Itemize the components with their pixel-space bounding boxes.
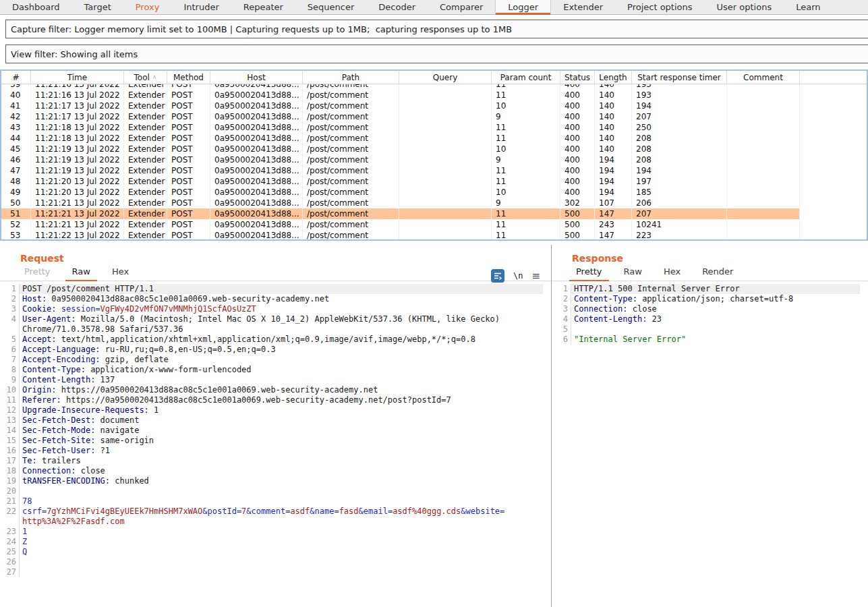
table-row[interactable]: 4111:21:17 13 Jul 2022ExtenderPOST0a9500… (1, 100, 867, 111)
table-row[interactable]: 5211:21:21 13 Jul 2022ExtenderPOST0a9500… (1, 219, 867, 230)
main-tab-decoder[interactable]: Decoder (366, 0, 428, 14)
main-tab-sequencer[interactable]: Sequencer (295, 0, 366, 14)
column-header-length[interactable]: Length (595, 71, 632, 84)
column-header-host[interactable]: Host (210, 71, 303, 84)
column-header-param-count[interactable]: Param count (492, 71, 560, 84)
column-header-method[interactable]: Method (167, 71, 210, 84)
line-content: 1 (19, 527, 543, 537)
table-row[interactable]: 5311:21:22 13 Jul 2022ExtenderPOST0a9500… (1, 230, 867, 239)
main-tab-dashboard[interactable]: Dashboard (0, 0, 72, 14)
code-line: 17Te: trailers (0, 456, 551, 466)
tab-hex[interactable]: Hex (104, 264, 137, 281)
newline-toggle-button[interactable]: \n (513, 271, 523, 281)
main-tab-user-options[interactable]: User options (705, 0, 784, 14)
tab-raw[interactable]: Raw (64, 264, 98, 281)
cell: 223 (632, 230, 727, 239)
cell: 0a9500020413d88... (210, 84, 303, 90)
tab-pretty[interactable]: Pretty (568, 264, 610, 281)
cell: POST (167, 122, 210, 133)
cell: 11 (492, 219, 560, 230)
line-number: 24 (0, 537, 19, 547)
column-header-query[interactable]: Query (399, 71, 492, 84)
line-number: 7 (0, 355, 19, 365)
column-header-tool[interactable]: Tool∧ (124, 71, 167, 84)
table-row[interactable]: 4411:21:18 13 Jul 2022ExtenderPOST0a9500… (1, 133, 867, 144)
column-header-index[interactable]: # (1, 71, 31, 84)
line-number: 1 (552, 284, 571, 294)
cell: 0a9500020413d88... (210, 154, 303, 165)
cell: POST (167, 100, 210, 111)
code-line: 9Content-Length: 137 (0, 375, 551, 385)
cell (727, 111, 800, 122)
cell: 140 (595, 144, 632, 154)
cell: 0a9500020413d88... (210, 208, 303, 219)
cell: /post/comment (303, 176, 399, 187)
tab-render[interactable]: Render (694, 264, 741, 281)
cell (399, 133, 492, 144)
cell (727, 122, 800, 133)
line-number: 19 (0, 476, 19, 486)
table-row[interactable]: 4711:21:19 13 Jul 2022ExtenderPOST0a9500… (1, 165, 867, 176)
request-tabs: PrettyRawHex (0, 264, 551, 281)
tab-pretty[interactable]: Pretty (16, 264, 59, 281)
table-row[interactable]: 4211:21:17 13 Jul 2022ExtenderPOST0a9500… (1, 111, 867, 122)
main-tab-target[interactable]: Target (72, 0, 123, 14)
table-row[interactable]: 4611:21:19 13 Jul 2022ExtenderPOST0a9500… (1, 154, 867, 165)
cell (399, 176, 492, 187)
column-header-comment[interactable]: Comment (727, 71, 800, 84)
table-row[interactable]: 5011:21:21 13 Jul 2022ExtenderPOST0a9500… (1, 198, 867, 208)
cell: Extender (124, 154, 167, 165)
cell: 0a9500020413d88... (210, 122, 303, 133)
table-row[interactable]: 3911:21:16 13 Jul 2022ExtenderPOST0a9500… (1, 84, 867, 90)
capture-filter-bar[interactable]: Capture filter: Logger memory limit set … (5, 20, 868, 38)
cell: 52 (1, 219, 31, 230)
column-header-start-response-timer[interactable]: Start response timer (632, 71, 727, 84)
column-header-path[interactable]: Path (303, 71, 399, 84)
table-row[interactable]: 4511:21:19 13 Jul 2022ExtenderPOST0a9500… (1, 144, 867, 154)
table-row[interactable]: 4911:21:20 13 Jul 2022ExtenderPOST0a9500… (1, 187, 867, 198)
column-header-status[interactable]: Status (560, 71, 595, 84)
main-tab-intruder[interactable]: Intruder (171, 0, 231, 14)
pretty-print-button[interactable] (491, 269, 504, 283)
cell: 11:21:19 13 Jul 2022 (31, 154, 124, 165)
cell: /post/comment (303, 187, 399, 198)
editor-menu-button[interactable]: ≡ (531, 270, 540, 282)
cell: 0a9500020413d88... (210, 144, 303, 154)
main-tab-proxy[interactable]: Proxy (123, 0, 172, 14)
table-row[interactable]: 4311:21:18 13 Jul 2022ExtenderPOST0a9500… (1, 122, 867, 133)
cell: 43 (1, 122, 31, 133)
main-tab-learn[interactable]: Learn (784, 0, 832, 14)
table-row[interactable]: 4811:21:20 13 Jul 2022ExtenderPOST0a9500… (1, 176, 867, 187)
cell: 11:21:21 13 Jul 2022 (31, 208, 124, 219)
cell: 400 (560, 84, 595, 90)
cell: Extender (124, 144, 167, 154)
column-header-time[interactable]: Time (31, 71, 124, 84)
logger-table-body[interactable]: 3911:21:16 13 Jul 2022ExtenderPOST0a9500… (1, 84, 867, 239)
cell (727, 230, 800, 239)
cell (727, 208, 800, 219)
cell (399, 144, 492, 154)
table-row[interactable]: 5111:21:21 13 Jul 2022ExtenderPOST0a9500… (1, 208, 867, 219)
cell (727, 219, 800, 230)
tab-hex[interactable]: Hex (656, 264, 689, 281)
response-editor[interactable]: 1HTTP/1.1 500 Internal Server Error2Cont… (552, 281, 868, 345)
cell-filler (800, 133, 867, 144)
main-tab-extender[interactable]: Extender (551, 0, 615, 14)
cell-filler (800, 165, 867, 176)
main-tab-project-options[interactable]: Project options (615, 0, 705, 14)
cell (399, 208, 492, 219)
cell: 250 (632, 122, 727, 133)
cell: POST (167, 90, 210, 100)
main-tab-repeater[interactable]: Repeater (231, 0, 295, 14)
cell: 140 (595, 133, 632, 144)
cell: 11:21:18 13 Jul 2022 (31, 122, 124, 133)
tab-raw[interactable]: Raw (616, 264, 650, 281)
table-row[interactable]: 4011:21:16 13 Jul 2022ExtenderPOST0a9500… (1, 90, 867, 100)
code-line: 1HTTP/1.1 500 Internal Server Error (552, 284, 868, 294)
cell: /post/comment (303, 154, 399, 165)
main-tab-logger[interactable]: Logger (495, 0, 551, 14)
view-filter-bar[interactable]: View filter: Showing all items (5, 45, 868, 63)
cell: 10 (492, 144, 560, 154)
main-tab-comparer[interactable]: Comparer (428, 0, 495, 14)
request-editor[interactable]: 1POST /post/comment HTTP/1.12Host: 0a950… (0, 281, 551, 577)
